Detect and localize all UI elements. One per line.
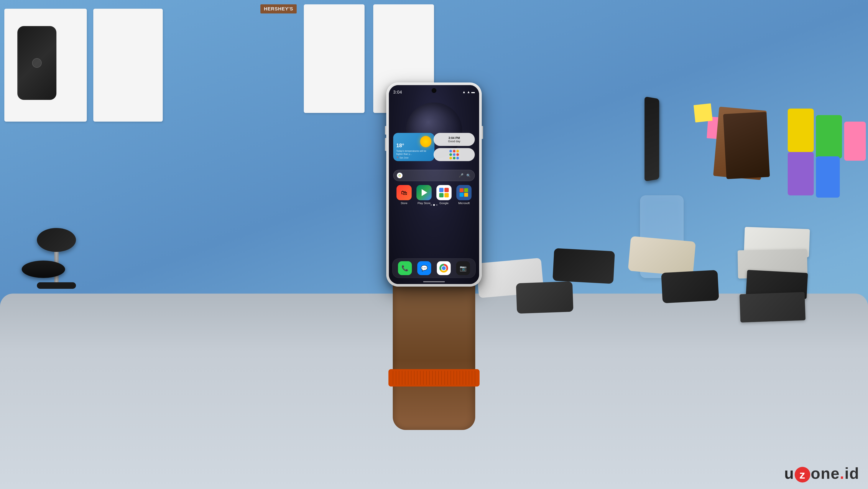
- flat-case-black: [553, 248, 615, 284]
- clock-widget[interactable]: 3:04 PM Good day: [434, 133, 475, 146]
- dock-camera-app[interactable]: 📷: [456, 261, 470, 275]
- microsoft-app-label: Microsoft: [458, 202, 470, 205]
- table-cases-area: [456, 217, 846, 347]
- watermark-dot: .: [840, 465, 844, 482]
- watch-strap-orange: [389, 369, 479, 386]
- phone-wallpaper: [389, 85, 479, 284]
- page-dot-2-active: [433, 204, 435, 206]
- wall-display-frame-3: [304, 4, 365, 113]
- google-app-label: Google: [439, 202, 448, 205]
- microphone-icon[interactable]: 🎤: [459, 173, 464, 178]
- playstore-app-label: Play Store: [417, 202, 431, 205]
- google-search-bar[interactable]: G 🎤 🔍: [393, 170, 475, 181]
- weather-location: 📍 San Jose: [396, 156, 431, 159]
- dot-7: [450, 157, 452, 160]
- watermark-text: uzone.id: [784, 464, 859, 483]
- black-disc-charger: [22, 261, 65, 278]
- hersheys-text: HERSHEY'S: [264, 6, 293, 11]
- phone-screen: 3:04 ▲ ▲ ▬ 18° Today's temperatures will…: [389, 85, 479, 284]
- google-cell-yellow: [444, 193, 449, 197]
- store-app-icon: [397, 185, 412, 200]
- phone-app-icon: 📞: [401, 265, 408, 271]
- google-grid-icon: [439, 188, 449, 197]
- playstore-app-icon: [416, 185, 432, 200]
- app-store-item[interactable]: Store: [395, 185, 413, 205]
- stand-base: [37, 282, 76, 289]
- hersheys-display: HERSHEY'S: [260, 4, 297, 13]
- ms-blue: [460, 193, 464, 197]
- microsoft-grid-icon: [460, 188, 468, 197]
- watermark-z: z: [795, 467, 810, 483]
- watermark: uzone.id: [784, 464, 859, 483]
- dock-messages-app[interactable]: 💬: [417, 261, 431, 275]
- ms-green: [464, 188, 468, 192]
- camera-hole: [432, 89, 436, 92]
- dock-phone-app[interactable]: 📞: [398, 261, 412, 275]
- leather-case-dark: [723, 112, 770, 179]
- phone: 3:04 ▲ ▲ ▬ 18° Today's temperatures will…: [386, 83, 482, 287]
- watermark-one: one: [811, 465, 840, 482]
- lens-icon[interactable]: 🔍: [466, 173, 471, 178]
- google-cell-green: [439, 193, 443, 197]
- dock-chrome-app[interactable]: [437, 261, 451, 275]
- weather-widget[interactable]: 18° Today's temperatures will be higher …: [393, 133, 434, 161]
- page-dot-3: [436, 204, 437, 206]
- bitmoji-widget[interactable]: [434, 148, 475, 161]
- leather-accessories: [716, 109, 781, 195]
- home-indicator[interactable]: [423, 281, 445, 282]
- bitmoji-dots-grid: [448, 148, 461, 161]
- app-google-item[interactable]: Google: [435, 185, 453, 205]
- google-app-icon: [436, 185, 452, 200]
- stand-head: [37, 228, 76, 252]
- camera-app-icon: 📷: [460, 265, 467, 271]
- microsoft-app-icon: [456, 185, 471, 200]
- play-triangle-icon: [422, 189, 427, 196]
- flat-case-5: [661, 270, 719, 303]
- volume-up-button: [385, 126, 386, 135]
- app-microsoft-item[interactable]: Microsoft: [455, 185, 473, 205]
- messages-app-icon: 💬: [421, 265, 428, 271]
- dot-6: [456, 153, 459, 156]
- watermark-u: u: [784, 465, 794, 482]
- status-icons: ▲ ▲ ▬: [462, 90, 475, 94]
- flat-case-dark: [516, 281, 574, 314]
- dot-2: [453, 150, 456, 152]
- g-letter: G: [399, 174, 401, 177]
- page-dot-1: [431, 204, 432, 206]
- dot-9: [456, 157, 459, 160]
- case-pink: [844, 122, 866, 161]
- power-button: [482, 126, 483, 139]
- case-yellow: [788, 109, 814, 152]
- app-grid: Store Play Store: [393, 185, 475, 205]
- ms-yellow: [464, 193, 468, 197]
- clock-greeting: Good day: [448, 140, 460, 143]
- watermark-id: id: [844, 465, 859, 482]
- google-cell-blue: [439, 188, 443, 192]
- app-playstore-item[interactable]: Play Store: [415, 185, 433, 205]
- dot-1: [450, 150, 452, 152]
- google-logo: G: [397, 173, 403, 178]
- case-purple: [788, 152, 814, 195]
- dot-3: [456, 150, 459, 152]
- wall-postit-yellow: [693, 103, 713, 122]
- wall-display-frame-1: [4, 9, 87, 122]
- weather-description: Today's temperatures will be higher than…: [396, 149, 431, 156]
- app-dock: 📞 💬 📷: [392, 258, 476, 278]
- hand-phone-container: 3:04 ▲ ▲ ▬ 18° Today's temperatures will…: [369, 83, 499, 430]
- flat-case-beige: [628, 236, 696, 277]
- case-blue: [816, 156, 840, 198]
- page-indicator: [431, 204, 437, 206]
- chrome-wheel-icon: [439, 264, 448, 272]
- store-app-label: Store: [401, 202, 407, 205]
- case-green: [816, 115, 842, 159]
- signal-icon: ▲: [467, 90, 470, 94]
- display-phone-stand: [645, 96, 659, 181]
- location-icon: 📍: [396, 156, 399, 159]
- dot-8: [453, 157, 456, 160]
- ms-red: [460, 188, 464, 192]
- dot-5: [453, 153, 456, 156]
- wall-display-frame-2: [93, 9, 163, 122]
- google-cell-red: [444, 188, 449, 192]
- volume-down-button: [385, 138, 386, 151]
- battery-icon: ▬: [471, 90, 475, 94]
